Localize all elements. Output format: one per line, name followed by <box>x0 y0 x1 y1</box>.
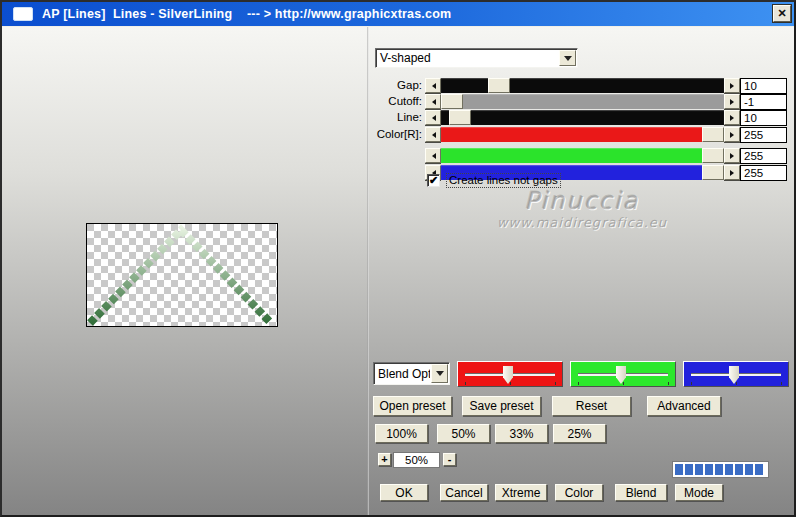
checkmark-icon: ✔ <box>429 175 438 186</box>
trackbar-tick <box>555 382 556 385</box>
slider-right-arrow-icon[interactable] <box>724 78 740 93</box>
gap-value-field[interactable]: 10 <box>740 78 787 94</box>
zoom-100-button[interactable]: 100% <box>375 424 428 443</box>
dialog-client-area: V-shaped Gap: 10 Cutoff: -1 Line: <box>2 26 794 515</box>
slider-left-arrow-icon[interactable] <box>425 94 441 109</box>
trackbar-tick <box>578 382 579 385</box>
trackbar-thumb[interactable] <box>503 366 513 384</box>
create-lines-label[interactable]: Create lines not gaps <box>446 173 561 188</box>
color-blue-value-field[interactable]: 255 <box>740 165 787 181</box>
blue-blend-trackbar[interactable] <box>683 361 789 387</box>
progress-segment <box>725 464 733 475</box>
line-slider[interactable] <box>425 110 740 125</box>
trackbar-tick <box>510 382 511 385</box>
progress-segment <box>705 464 713 475</box>
trackbar-tick <box>623 382 624 385</box>
gap-slider[interactable] <box>425 78 740 93</box>
chevron-down-icon[interactable] <box>559 50 576 66</box>
slider-thumb[interactable] <box>702 165 724 180</box>
title-bar[interactable]: AP [Lines] Lines - SilverLining --- > ht… <box>2 2 794 26</box>
save-preset-button[interactable]: Save preset <box>462 396 541 416</box>
slider-track[interactable] <box>441 148 724 163</box>
open-preset-button[interactable]: Open preset <box>373 396 452 416</box>
trackbar-tick <box>668 382 669 385</box>
cutoff-value-field[interactable]: -1 <box>740 94 787 110</box>
slider-left-arrow-icon[interactable] <box>425 110 441 125</box>
effect-preview-image[interactable] <box>86 223 278 327</box>
line-value-field[interactable]: 10 <box>740 110 787 126</box>
color-green-slider[interactable] <box>425 148 740 163</box>
shape-selector-value: V-shaped <box>376 51 558 65</box>
color-green-slider-row: 255 <box>2 148 794 164</box>
trackbar-tick <box>465 382 466 385</box>
zoom-33-button[interactable]: 33% <box>495 424 548 443</box>
progress-segment <box>695 464 703 475</box>
zoom-50-button[interactable]: 50% <box>437 424 490 443</box>
color-red-value-field[interactable]: 255 <box>740 127 787 143</box>
slider-thumb[interactable] <box>441 94 463 109</box>
chevron-down-icon[interactable] <box>431 364 448 383</box>
color-r-label: Color[R]: <box>354 128 422 140</box>
watermark: Pinuccia www.maidiregrafica.eu <box>442 187 722 230</box>
progress-segment <box>715 464 723 475</box>
watermark-site: www.maidiregrafica.eu <box>442 215 722 230</box>
v-shape-preview <box>87 224 277 326</box>
blend-selector-value: Blend Opti <box>374 367 430 381</box>
shape-selector[interactable]: V-shaped <box>375 48 578 68</box>
create-lines-checkbox[interactable]: ✔ <box>427 174 440 187</box>
cutoff-slider[interactable] <box>425 94 740 109</box>
ok-button[interactable]: OK <box>380 484 428 501</box>
slider-track[interactable] <box>441 78 724 93</box>
slider-right-arrow-icon[interactable] <box>724 94 740 109</box>
zoom-value-field[interactable]: 50% <box>393 452 440 468</box>
watermark-name: Pinuccia <box>442 187 722 215</box>
red-blend-trackbar[interactable] <box>457 361 563 387</box>
blend-button[interactable]: Blend <box>615 484 667 501</box>
slider-thumb[interactable] <box>449 110 471 125</box>
xtreme-button[interactable]: Xtreme <box>495 484 547 501</box>
slider-right-arrow-icon[interactable] <box>724 148 740 163</box>
zoom-minus-button[interactable]: - <box>443 453 456 466</box>
advanced-button[interactable]: Advanced <box>647 396 721 416</box>
green-blend-trackbar[interactable] <box>570 361 676 387</box>
slider-left-arrow-icon[interactable] <box>425 78 441 93</box>
progress-segment <box>675 464 683 475</box>
plugin-dialog-window: AP [Lines] Lines - SilverLining --- > ht… <box>0 0 796 517</box>
create-lines-option: ✔ Create lines not gaps <box>427 173 561 188</box>
slider-left-arrow-icon[interactable] <box>425 148 441 163</box>
cancel-button[interactable]: Cancel <box>440 484 488 501</box>
color-red-slider[interactable] <box>425 127 740 142</box>
slider-track[interactable] <box>441 94 724 109</box>
mode-button[interactable]: Mode <box>675 484 723 501</box>
progress-bar <box>672 461 769 478</box>
close-icon[interactable]: ✕ <box>773 5 791 22</box>
blend-options-selector[interactable]: Blend Opti <box>373 362 450 385</box>
progress-segment <box>735 464 743 475</box>
gap-label: Gap: <box>354 79 422 91</box>
slider-thumb[interactable] <box>488 78 510 93</box>
trackbar-thumb[interactable] <box>729 366 739 384</box>
color-button[interactable]: Color <box>555 484 603 501</box>
cutoff-label: Cutoff: <box>354 95 422 107</box>
window-icon <box>13 7 33 21</box>
zoom-plus-button[interactable]: + <box>378 453 391 466</box>
trackbar-thumb[interactable] <box>616 366 626 384</box>
trackbar-tick <box>736 382 737 385</box>
slider-thumb[interactable] <box>702 148 724 163</box>
slider-track[interactable] <box>441 127 724 142</box>
color-green-value-field[interactable]: 255 <box>740 148 787 164</box>
color-blue-slider-row: 255 <box>2 165 794 181</box>
zoom-25-button[interactable]: 25% <box>553 424 606 443</box>
color-red-slider-row: Color[R]: 255 <box>2 127 794 143</box>
progress-segment <box>685 464 693 475</box>
slider-right-arrow-icon[interactable] <box>724 127 740 142</box>
slider-right-arrow-icon[interactable] <box>724 165 740 180</box>
trackbar-tick <box>781 382 782 385</box>
reset-button[interactable]: Reset <box>552 396 631 416</box>
slider-right-arrow-icon[interactable] <box>724 110 740 125</box>
slider-left-arrow-icon[interactable] <box>425 127 441 142</box>
slider-track[interactable] <box>441 110 724 125</box>
progress-segment <box>745 464 753 475</box>
slider-thumb[interactable] <box>702 127 724 142</box>
window-title: AP [Lines] Lines - SilverLining --- > ht… <box>42 7 451 21</box>
